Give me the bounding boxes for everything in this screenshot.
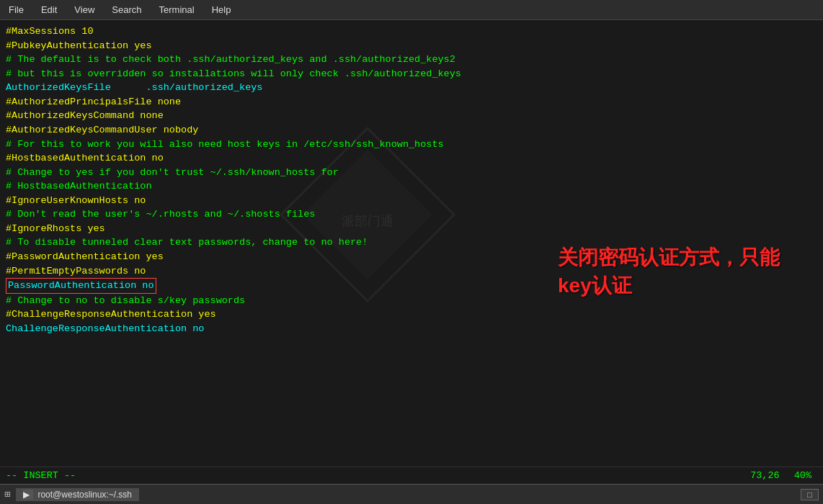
vim-mode: -- INSERT --: [6, 470, 750, 481]
terminal-line: #PasswordAuthentication yes: [6, 250, 817, 264]
terminal-line: #MaxSessions 10: [6, 24, 817, 39]
terminal-line: # To disable tunneled clear text passwor…: [6, 235, 817, 250]
terminal-line: #AuthorizedPrincipalsFile none: [6, 95, 817, 109]
taskbar-terminal-button[interactable]: ▶ root@westoslinux:~/.ssh: [16, 488, 139, 501]
status-bar: -- INSERT -- 73,26 40%: [0, 467, 823, 484]
menu-edit[interactable]: Edit: [38, 3, 60, 17]
terminal-line: # Change to yes if you don't trust ~/.ss…: [6, 166, 817, 180]
terminal-line: #AuthorizedKeysCommand none: [6, 109, 817, 123]
terminal-line: # The default is to check both .ssh/auth…: [6, 53, 817, 67]
taskbar-icon[interactable]: ⊞: [4, 488, 10, 500]
terminal-line: # but this is overridden so installation…: [6, 67, 817, 81]
terminal-line: # HostbasedAuthentication: [6, 179, 817, 194]
terminal-line: #PubkeyAuthentication yes: [6, 39, 817, 53]
menu-terminal[interactable]: Terminal: [156, 3, 197, 17]
terminal-line: ChallengeResponseAuthentication no: [6, 322, 817, 336]
terminal-line: #IgnoreUserKnownHosts no: [6, 194, 817, 208]
terminal-line: AuthorizedKeysFile .ssh/authorized_keys: [6, 81, 817, 95]
cursor-position: 73,26: [750, 470, 780, 481]
taskbar-terminal-label: root@westoslinux:~/.ssh: [37, 490, 132, 500]
terminal-content: #MaxSessions 10#PubkeyAuthentication yes…: [0, 20, 823, 467]
terminal-line: # Change to no to disable s/key password…: [6, 294, 817, 308]
terminal-line: # For this to work you will also need ho…: [6, 138, 817, 152]
terminal-line: #PermitEmptyPasswords no: [6, 264, 817, 279]
scroll-percent: 40%: [794, 470, 811, 481]
terminal-line: #AuthorizedKeysCommandUser nobody: [6, 123, 817, 138]
taskbar-right-button[interactable]: □: [801, 489, 819, 500]
menu-view[interactable]: View: [71, 3, 97, 17]
menu-help[interactable]: Help: [209, 3, 234, 17]
terminal-line: #ChallengeResponseAuthentication yes: [6, 307, 817, 322]
terminal-line: #IgnoreRhosts yes: [6, 222, 817, 236]
terminal-icon: ▶: [23, 490, 33, 500]
taskbar: ⊞ ▶ root@westoslinux:~/.ssh □: [0, 484, 823, 504]
terminal-line: # Don't read the user's ~/.rhosts and ~/…: [6, 207, 817, 222]
menu-file[interactable]: File: [6, 3, 27, 17]
terminal-line: PasswordAuthentication no: [6, 278, 817, 294]
menu-search[interactable]: Search: [109, 3, 144, 17]
terminal-line: #HostbasedAuthentication no: [6, 151, 817, 166]
menubar: File Edit View Search Terminal Help: [0, 0, 823, 20]
